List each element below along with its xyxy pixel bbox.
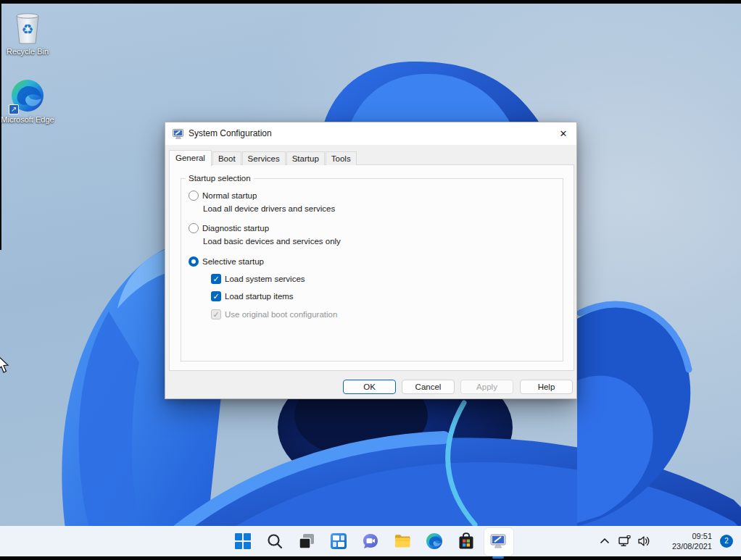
checkbox-use-original-boot-configuration: ✓	[211, 309, 221, 319]
groupbox-legend: Startup selection	[186, 174, 254, 183]
widgets-icon	[330, 532, 347, 550]
edge-icon	[426, 532, 443, 550]
apply-button: Apply	[460, 380, 513, 394]
recycle-bin-icon: ♻	[0, 7, 55, 45]
radio-selective-startup[interactable]	[189, 256, 199, 267]
radio-description: Load all device drivers and services	[203, 204, 335, 214]
task-view-button[interactable]	[298, 532, 315, 550]
desktop-icon-label: Microsoft Edge	[0, 115, 55, 124]
screen-bottom-bezel	[0, 556, 741, 560]
taskbar-icons	[234, 527, 507, 550]
microsoft-store-icon	[458, 532, 475, 550]
desktop-icon-microsoft-edge[interactable]: ↗ Microsoft Edge	[0, 75, 55, 124]
radio-label[interactable]: Selective startup	[202, 256, 264, 267]
chat-icon	[362, 532, 379, 550]
file-explorer-button[interactable]	[394, 532, 411, 550]
window-titlebar[interactable]: System Configuration ✕	[165, 122, 576, 145]
close-icon[interactable]: ✕	[555, 125, 572, 142]
tray-overflow-button[interactable]	[597, 534, 612, 548]
notification-badge[interactable]: 2	[720, 535, 733, 548]
checkbox-label[interactable]: Load system services	[225, 274, 305, 284]
screen: ♻ Recycle Bin ↗	[0, 0, 741, 560]
checkbox-load-startup-items[interactable]: ✓	[211, 291, 221, 301]
msconfig-icon	[489, 532, 507, 550]
speaker-icon	[637, 534, 651, 548]
system-configuration-window: System Configuration ✕ General Boot Serv…	[165, 122, 577, 399]
desktop-icon-label: Recycle Bin	[0, 47, 55, 56]
volume-button[interactable]	[637, 534, 651, 548]
radio-label[interactable]: Normal startup	[202, 191, 257, 201]
start-button[interactable]	[234, 532, 252, 550]
chevron-up-icon	[597, 534, 612, 548]
mouse-cursor	[0, 356, 12, 375]
help-button[interactable]: Help	[520, 380, 573, 394]
chat-button[interactable]	[362, 532, 379, 550]
radio-description: Load basic devices and services only	[203, 236, 341, 246]
tab-tools[interactable]: Tools	[326, 151, 357, 165]
taskbar: 09:51 23/08/2021 2	[0, 526, 741, 556]
tab-general[interactable]: General	[169, 150, 212, 166]
cancel-button[interactable]: Cancel	[402, 380, 455, 394]
task-view-icon	[298, 532, 315, 550]
checkbox-load-system-services[interactable]: ✓	[211, 274, 221, 284]
tab-boot[interactable]: Boot	[212, 151, 241, 165]
edge-button[interactable]	[426, 532, 443, 550]
network-icon	[618, 534, 632, 548]
screen-top-bezel	[0, 0, 741, 4]
checkbox-label[interactable]: Load startup items	[225, 291, 294, 301]
search-icon	[266, 532, 283, 550]
widgets-button[interactable]	[330, 532, 347, 550]
system-configuration-button[interactable]	[489, 532, 507, 550]
radio-normal-startup[interactable]	[189, 191, 199, 201]
clock[interactable]: 09:51 23/08/2021	[672, 531, 712, 551]
tab-startup[interactable]: Startup	[286, 151, 325, 165]
store-button[interactable]	[458, 532, 475, 550]
tab-services[interactable]: Services	[242, 151, 286, 165]
desktop-icon-recycle-bin[interactable]: ♻ Recycle Bin	[0, 7, 55, 56]
edge-icon: ↗	[0, 75, 55, 113]
shortcut-arrow-icon: ↗	[9, 104, 19, 114]
ok-button[interactable]: OK	[343, 380, 396, 394]
radio-label[interactable]: Diagnostic startup	[202, 223, 269, 233]
clock-time: 09:51	[672, 531, 712, 541]
clock-date: 23/08/2021	[672, 541, 712, 551]
windows-logo-icon	[234, 532, 252, 550]
window-title: System Configuration	[189, 122, 272, 145]
file-explorer-icon	[394, 532, 411, 550]
svg-text:♻: ♻	[21, 21, 33, 37]
radio-diagnostic-startup[interactable]	[189, 223, 199, 233]
search-button[interactable]	[266, 532, 283, 550]
tab-strip: General Boot Services Startup Tools	[169, 149, 357, 165]
msconfig-icon	[173, 128, 184, 141]
network-button[interactable]	[618, 534, 632, 548]
checkbox-label: Use original boot configuration	[225, 309, 337, 319]
